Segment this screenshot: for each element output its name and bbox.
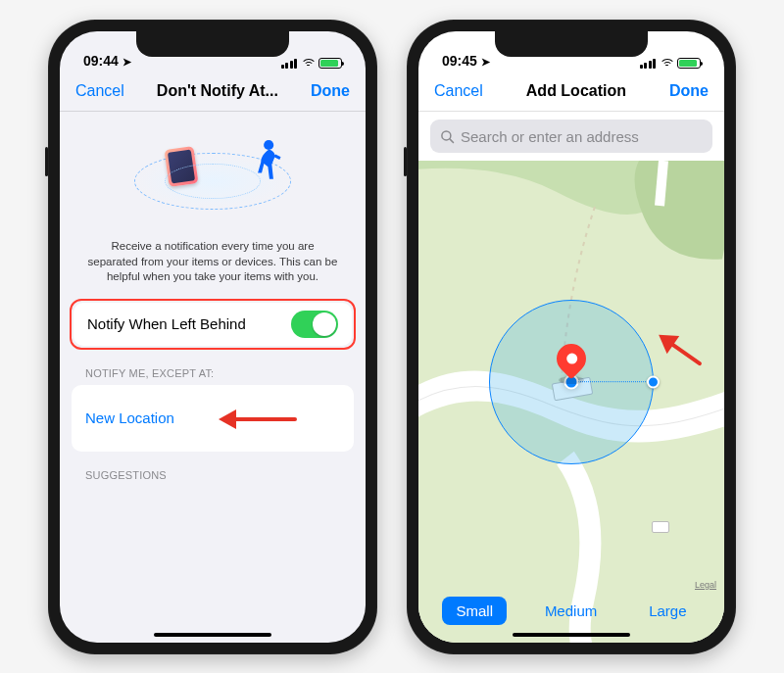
segment-large[interactable]: Large <box>635 597 700 625</box>
done-button[interactable]: Done <box>669 82 709 100</box>
battery-icon <box>318 58 342 69</box>
map-view[interactable]: Legal Small Medium Large <box>418 161 724 643</box>
cellular-signal-icon <box>281 59 298 69</box>
cancel-button[interactable]: Cancel <box>75 82 124 100</box>
section-header-suggestions: SUGGESTIONS <box>60 452 366 487</box>
annotation-highlight: Notify When Left Behind <box>70 299 356 350</box>
map-legal-link[interactable]: Legal <box>695 580 716 590</box>
search-placeholder: Search or enter an address <box>461 128 639 145</box>
cellular-signal-icon <box>640 59 657 69</box>
description-text: Receive a notification every time you ar… <box>60 239 366 299</box>
section-header-except: NOTIFY ME, EXCEPT AT: <box>60 350 366 385</box>
new-location-link[interactable]: New Location <box>85 409 174 426</box>
notify-when-left-behind-row: Notify When Left Behind <box>74 303 352 346</box>
cancel-button[interactable]: Cancel <box>434 82 483 100</box>
svg-point-0 <box>264 140 273 150</box>
search-icon <box>440 129 455 144</box>
screen: 09:45 ➤ Cancel Add Location Done Search … <box>418 31 724 643</box>
location-services-icon: ➤ <box>122 56 131 69</box>
content-area: Legal Small Medium Large <box>418 161 724 643</box>
status-time: 09:44 <box>83 53 119 69</box>
done-button[interactable]: Done <box>311 82 350 100</box>
device-icon <box>165 146 199 187</box>
iphone-frame-right: 09:45 ➤ Cancel Add Location Done Search … <box>407 20 736 654</box>
location-services-icon: ➤ <box>481 56 490 69</box>
home-indicator[interactable] <box>513 633 630 637</box>
segment-small[interactable]: Small <box>442 597 507 625</box>
annotation-arrow-icon <box>209 412 297 426</box>
battery-icon <box>677 58 701 69</box>
wifi-icon <box>660 59 673 69</box>
notch <box>136 31 289 57</box>
map-pin-icon[interactable] <box>557 344 586 384</box>
hero-illustration <box>60 112 366 239</box>
iphone-frame-left: 09:44 ➤ Cancel Don't Notify At... Done <box>48 20 377 654</box>
radius-size-segmented-control: Small Medium Large <box>430 592 712 629</box>
home-indicator[interactable] <box>154 633 271 637</box>
new-location-row[interactable]: New Location <box>72 385 354 452</box>
segment-medium[interactable]: Medium <box>531 597 611 625</box>
nav-title: Add Location <box>526 82 626 100</box>
walking-person-icon <box>247 138 284 189</box>
nav-bar: Cancel Add Location Done <box>418 71 724 112</box>
building-shape <box>652 521 669 533</box>
notify-toggle[interactable] <box>291 311 338 338</box>
content-area: Receive a notification every time you ar… <box>60 112 366 643</box>
radius-drag-handle[interactable] <box>647 376 660 389</box>
nav-title: Don't Notify At... <box>157 82 278 100</box>
svg-line-2 <box>450 138 454 142</box>
screen: 09:44 ➤ Cancel Don't Notify At... Done <box>60 31 366 643</box>
status-time: 09:45 <box>442 53 477 69</box>
wifi-icon <box>301 59 315 69</box>
notch <box>495 31 648 57</box>
toggle-label: Notify When Left Behind <box>87 315 246 332</box>
search-field[interactable]: Search or enter an address <box>430 120 712 153</box>
nav-bar: Cancel Don't Notify At... Done <box>60 71 366 112</box>
